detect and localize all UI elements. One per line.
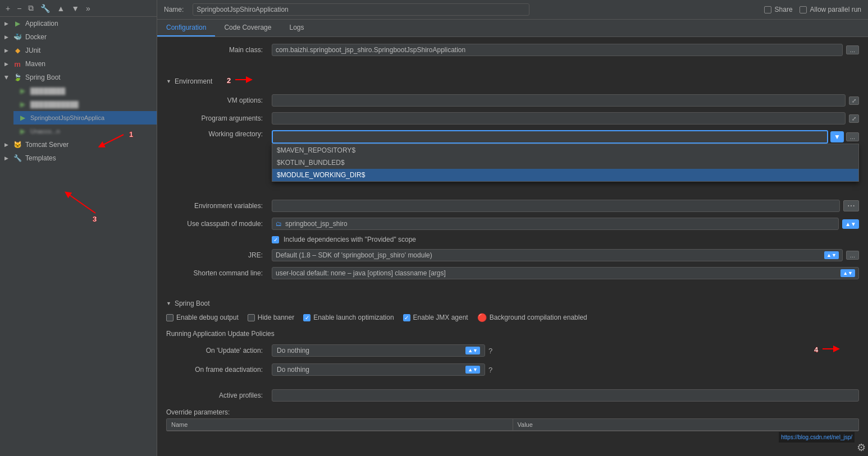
sidebar-item-sb-child2[interactable]: ▶ ███████████ bbox=[13, 98, 157, 111]
on-frame-value: Do nothing bbox=[277, 366, 309, 374]
sidebar-item-junit[interactable]: ▶ ◆ JUnit bbox=[0, 44, 157, 57]
sidebar-item-templates[interactable]: ▶ 🔧 Templates bbox=[0, 151, 157, 165]
sidebar-item-application[interactable]: ▶ ▶ Application bbox=[0, 17, 157, 30]
active-profiles-row: Active profiles: bbox=[157, 385, 868, 406]
dropdown-option-module-working-dir[interactable]: $MODULE_WORKING_DIR$ bbox=[272, 169, 858, 181]
on-frame-select-wrapper: Do nothing ▲▼ ? bbox=[272, 363, 859, 376]
working-dir-dropdown-button[interactable]: ▼ bbox=[830, 131, 844, 142]
environment-section-header: ▼ Environment 2 bbox=[157, 68, 868, 92]
env-vars-browse-button[interactable]: ⋯ bbox=[843, 200, 859, 211]
shorten-cmd-row: Shorten command line: user-local default… bbox=[166, 267, 859, 279]
expand-arrow-icon: ▶ bbox=[4, 21, 8, 26]
springboot-section-label: Spring Boot bbox=[175, 300, 210, 307]
tab-logs[interactable]: Logs bbox=[280, 20, 313, 36]
bg-compilation-label: Background compilation enabled bbox=[490, 314, 587, 321]
dropdown-option-maven-repo[interactable]: $MAVEN_REPOSITORY$ bbox=[272, 144, 858, 156]
bg-compilation-item: 🔴 Background compilation enabled bbox=[477, 313, 587, 322]
program-args-control: ⤢ bbox=[272, 112, 859, 125]
topbar-right: Share Allow parallel run bbox=[764, 6, 861, 13]
include-deps-checkbox[interactable] bbox=[272, 236, 279, 243]
sidebar-item-sb-selected[interactable]: ▶ SpringbootJspShiroApplica bbox=[13, 111, 157, 125]
main-class-input[interactable] bbox=[272, 44, 843, 56]
arrow4-svg: 4 bbox=[814, 342, 859, 359]
enable-jmx-checkbox[interactable] bbox=[403, 314, 410, 321]
sidebar-item-sb-child1[interactable]: ▶ ████████ bbox=[13, 84, 157, 98]
classpath-control: 🗂 springboot_jsp_shiro ▲▼ bbox=[272, 218, 859, 230]
allow-parallel-checkbox[interactable] bbox=[800, 6, 807, 13]
wrench-button[interactable]: 🔧 bbox=[38, 3, 52, 14]
child-label: SpringbootJspShiroApplica bbox=[30, 114, 104, 121]
working-dir-input[interactable] bbox=[272, 130, 828, 144]
classpath-module-label: springboot_jsp_shiro bbox=[285, 220, 348, 228]
move-up-button[interactable]: ▲ bbox=[54, 3, 67, 14]
include-deps-row: Include dependencies with "Provided" sco… bbox=[272, 236, 859, 243]
springboot-section-collapse-icon[interactable]: ▼ bbox=[166, 301, 171, 306]
tab-code-coverage[interactable]: Code Coverage bbox=[215, 20, 280, 36]
share-checkbox[interactable] bbox=[764, 6, 771, 13]
env-vars-input[interactable] bbox=[272, 200, 840, 212]
program-args-input[interactable] bbox=[272, 112, 846, 125]
working-dir-control: ▼ ... $MAVEN_REPOSITORY$ $KOTLIN_BUNDLED… bbox=[272, 130, 859, 144]
section-collapse-icon[interactable]: ▼ bbox=[166, 79, 171, 84]
classpath-module-dropdown-button[interactable]: ▲▼ bbox=[842, 219, 859, 229]
jre-select[interactable]: Default (1.8 – SDK of 'springboot_jsp_sh… bbox=[272, 249, 843, 261]
active-profiles-input[interactable] bbox=[272, 389, 859, 402]
dropdown-option-kotlin-bundled[interactable]: $KOTLIN_BUNDLED$ bbox=[272, 156, 858, 169]
allow-parallel-label: Allow parallel run bbox=[810, 6, 861, 13]
jre-browse-button[interactable]: ... bbox=[846, 251, 859, 260]
svg-text:4: 4 bbox=[814, 346, 819, 354]
module-icon: 🗂 bbox=[276, 220, 282, 227]
copy-config-button[interactable]: ⧉ bbox=[26, 2, 36, 14]
on-frame-select[interactable]: Do nothing ▲▼ bbox=[272, 363, 485, 376]
name-input[interactable] bbox=[193, 3, 529, 16]
params-table: Name Value bbox=[166, 418, 859, 431]
remove-config-button[interactable]: − bbox=[15, 3, 24, 14]
on-frame-label: On frame deactivation: bbox=[166, 366, 267, 374]
tab-configuration[interactable]: Configuration bbox=[157, 20, 215, 36]
topbar: Name: Share Allow parallel run bbox=[157, 0, 868, 20]
shorten-cmd-dropdown-button[interactable]: ▲▼ bbox=[840, 269, 855, 277]
junit-icon: ◆ bbox=[13, 46, 22, 55]
sidebar-item-tomcat[interactable]: ▶ 🐱 Tomcat Server bbox=[0, 138, 157, 151]
svg-line-2 bbox=[67, 194, 95, 213]
vm-options-input[interactable] bbox=[272, 94, 846, 107]
expand-arrow-icon: ▶ bbox=[4, 34, 8, 40]
more-button[interactable]: » bbox=[84, 3, 93, 14]
sidebar-item-maven[interactable]: ▶ m Maven bbox=[0, 57, 157, 71]
main-class-browse-button[interactable]: ... bbox=[846, 45, 859, 54]
sidebar-item-label: Templates bbox=[25, 154, 152, 162]
on-update-dropdown-button[interactable]: ▲▼ bbox=[465, 347, 480, 354]
enable-launch-checkbox[interactable] bbox=[303, 314, 310, 321]
vm-options-expand-button[interactable]: ⤢ bbox=[849, 96, 859, 105]
params-col-value: Value bbox=[513, 419, 859, 430]
settings-gear-icon[interactable]: ⚙ bbox=[857, 441, 866, 454]
enable-launch-item: Enable launch optimization bbox=[303, 314, 394, 321]
on-update-select[interactable]: Do nothing ▲▼ bbox=[272, 344, 485, 357]
allow-parallel-checkbox-row: Allow parallel run bbox=[800, 6, 861, 13]
jre-label: JRE: bbox=[166, 251, 267, 259]
program-args-expand-button[interactable]: ⤢ bbox=[849, 114, 859, 123]
working-dir-label: Working directory: bbox=[166, 130, 267, 138]
classpath-module-select[interactable]: 🗂 springboot_jsp_shiro bbox=[272, 218, 839, 230]
on-update-help-icon[interactable]: ? bbox=[488, 347, 492, 355]
add-config-button[interactable]: + bbox=[3, 3, 12, 14]
on-frame-help-icon[interactable]: ? bbox=[488, 366, 492, 374]
env-vars-row: Environment variables: ⋯ bbox=[166, 200, 859, 212]
env-vars-label: Environment variables: bbox=[166, 202, 267, 210]
expand-arrow-icon: ▶ bbox=[4, 61, 8, 67]
jre-dropdown-button[interactable]: ▲▼ bbox=[824, 251, 839, 259]
sidebar-item-docker[interactable]: ▶ 🐳 Docker bbox=[0, 30, 157, 44]
vm-options-control: ⤢ bbox=[272, 94, 859, 107]
working-dir-browse-button[interactable]: ... bbox=[846, 132, 859, 141]
sidebar-item-sb-child4[interactable]: ▶ Unacco...n bbox=[13, 125, 157, 138]
environment-label: Environment bbox=[175, 77, 212, 85]
jre-control: Default (1.8 – SDK of 'springboot_jsp_sh… bbox=[272, 249, 859, 261]
sidebar-item-springboot[interactable]: ▶ 🍃 Spring Boot bbox=[0, 71, 157, 84]
on-frame-dropdown-button[interactable]: ▲▼ bbox=[465, 366, 480, 374]
jre-value: Default (1.8 – SDK of 'springboot_jsp_sh… bbox=[276, 251, 432, 259]
include-deps-label: Include dependencies with "Provided" sco… bbox=[284, 236, 416, 243]
classpath-label: Use classpath of module: bbox=[166, 220, 267, 228]
move-down-button[interactable]: ▼ bbox=[69, 3, 81, 14]
enable-debug-checkbox[interactable] bbox=[166, 314, 173, 321]
hide-banner-checkbox[interactable] bbox=[248, 314, 255, 321]
